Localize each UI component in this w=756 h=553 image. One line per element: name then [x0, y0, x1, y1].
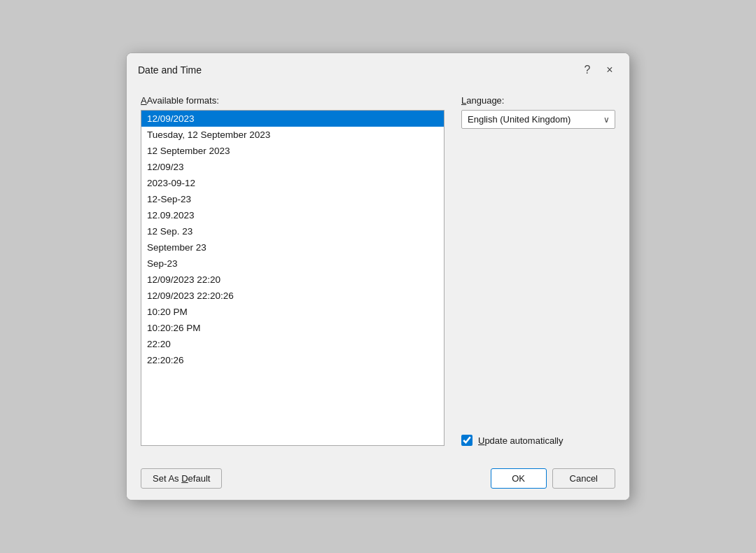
- format-item[interactable]: 12 September 2023: [141, 143, 444, 159]
- format-item[interactable]: Tuesday, 12 September 2023: [141, 127, 444, 143]
- format-item[interactable]: 12/09/2023 22:20:26: [141, 288, 444, 304]
- format-item[interactable]: 22:20:26: [141, 352, 444, 368]
- update-automatically-checkbox[interactable]: [461, 435, 472, 446]
- cancel-button[interactable]: Cancel: [552, 468, 615, 489]
- dialog-title: Date and Time: [138, 64, 202, 76]
- format-item[interactable]: 12/09/23: [141, 159, 444, 175]
- update-auto-row: Update automatically: [461, 435, 563, 446]
- left-panel: AAvailable formats: 12/09/2023Tuesday, 1…: [141, 95, 444, 446]
- formats-list[interactable]: 12/09/2023Tuesday, 12 September 202312 S…: [141, 110, 444, 446]
- set-as-default-button[interactable]: Set As Default: [141, 468, 222, 489]
- dialog-footer: Set As Default OK Cancel: [127, 460, 629, 500]
- formats-label: AAvailable formats:: [141, 95, 444, 106]
- bottom-section: Update automatically: [461, 435, 615, 446]
- footer-right-buttons: OK Cancel: [491, 468, 615, 489]
- format-item[interactable]: 12 Sep. 23: [141, 223, 444, 239]
- right-panel: Language: English (United Kingdom)Englis…: [461, 95, 615, 446]
- update-automatically-label: Update automatically: [478, 435, 563, 446]
- title-bar: Date and Time ? ×: [127, 53, 629, 84]
- format-item[interactable]: 10:20:26 PM: [141, 320, 444, 336]
- date-time-dialog: Date and Time ? × AAvailable formats: 12…: [126, 52, 630, 500]
- format-item[interactable]: 2023-09-12: [141, 175, 444, 191]
- help-button[interactable]: ?: [579, 62, 596, 78]
- ok-button[interactable]: OK: [491, 468, 547, 489]
- format-item[interactable]: September 23: [141, 239, 444, 255]
- format-item[interactable]: 12.09.2023: [141, 207, 444, 223]
- format-item[interactable]: 22:20: [141, 336, 444, 352]
- title-bar-buttons: ? ×: [579, 62, 618, 78]
- format-item[interactable]: 12/09/2023 22:20: [141, 272, 444, 288]
- language-select-wrapper: English (United Kingdom)English (United …: [461, 110, 615, 129]
- format-item[interactable]: 12/09/2023: [141, 111, 444, 127]
- language-select[interactable]: English (United Kingdom)English (United …: [461, 110, 615, 129]
- format-item[interactable]: Sep-23: [141, 255, 444, 272]
- format-item[interactable]: 12-Sep-23: [141, 191, 444, 207]
- dialog-body: AAvailable formats: 12/09/2023Tuesday, 1…: [127, 84, 629, 460]
- format-item[interactable]: 10:20 PM: [141, 304, 444, 320]
- language-section: Language: English (United Kingdom)Englis…: [461, 95, 615, 129]
- language-label: Language:: [461, 95, 615, 106]
- close-button[interactable]: ×: [601, 62, 618, 78]
